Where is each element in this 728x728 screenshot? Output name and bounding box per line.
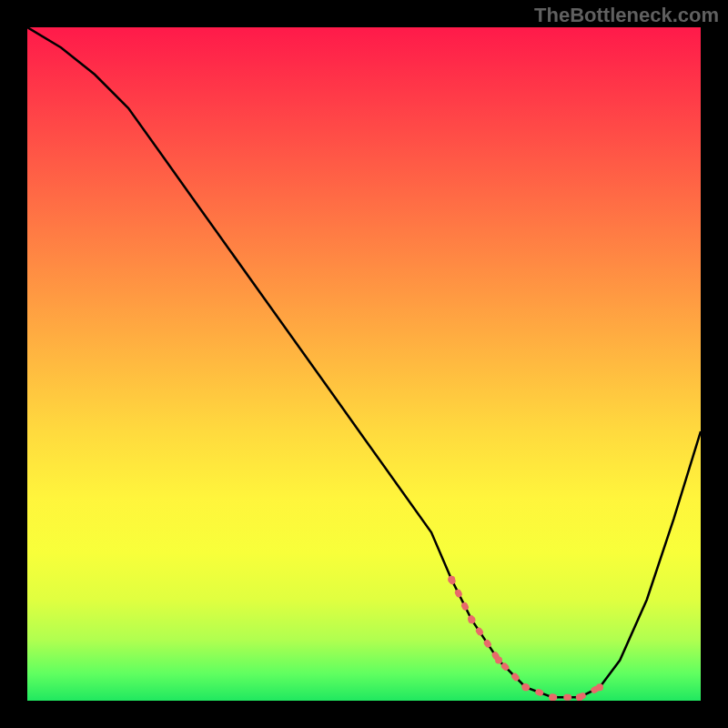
svg-point-0 (448, 576, 455, 583)
svg-point-4 (549, 693, 556, 701)
plot-area (27, 27, 701, 701)
chart-svg (27, 27, 701, 701)
svg-point-2 (495, 657, 502, 664)
svg-point-5 (576, 693, 583, 701)
watermark-text: TheBottleneck.com (534, 4, 719, 27)
chart-container: TheBottleneck.com (0, 0, 728, 728)
svg-point-1 (468, 616, 475, 623)
svg-point-6 (596, 683, 603, 691)
svg-point-3 (522, 683, 530, 691)
gradient-background (27, 27, 701, 701)
